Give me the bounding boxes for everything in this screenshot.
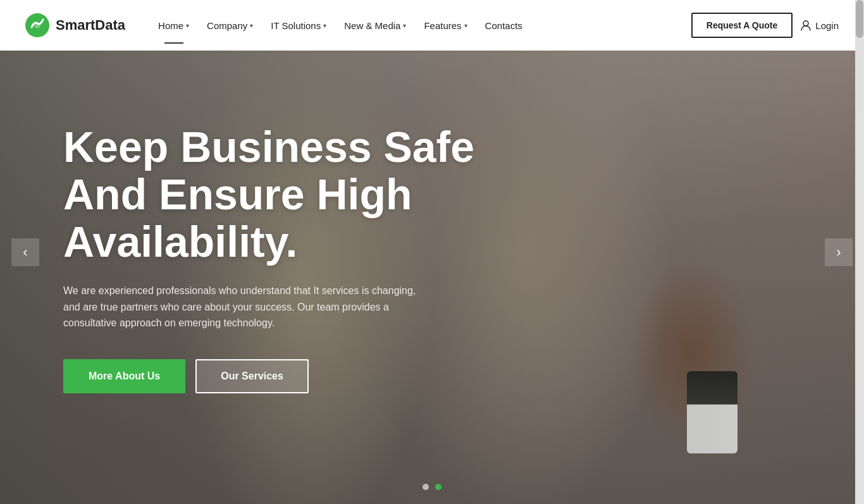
logo-icon (25, 13, 49, 37)
chevron-down-icon: ▾ (186, 22, 189, 29)
request-quote-button[interactable]: Request A Quote (691, 13, 793, 38)
hero-title: Keep Business Safe And Ensure High Avail… (63, 123, 481, 265)
our-services-button[interactable]: Our Services (195, 359, 309, 393)
logo[interactable]: SmartData (25, 13, 125, 37)
nav-right: Request A Quote Login (691, 13, 839, 38)
slider-next-button[interactable]: › (825, 238, 853, 266)
hero-section: SmartData Home ▾ Company ▾ IT Solutions … (0, 0, 864, 504)
user-icon (800, 20, 812, 31)
login-button[interactable]: Login (800, 20, 839, 31)
nav-item-contacts[interactable]: Contacts (478, 15, 530, 36)
chevron-down-icon: ▾ (464, 22, 467, 29)
hero-buttons: More About Us Our Services (63, 359, 801, 393)
svg-point-1 (34, 22, 40, 28)
slider-dot-2[interactable] (435, 484, 441, 490)
nav-item-it-solutions[interactable]: IT Solutions ▾ (263, 15, 334, 36)
navbar: SmartData Home ▾ Company ▾ IT Solutions … (0, 0, 864, 51)
more-about-us-button[interactable]: More About Us (63, 359, 185, 393)
hero-content: Keep Business Safe And Ensure High Avail… (0, 0, 864, 504)
nav-item-home[interactable]: Home ▾ (151, 15, 197, 36)
nav-item-company[interactable]: Company ▾ (199, 15, 261, 36)
slider-dot-1[interactable] (423, 484, 429, 490)
chevron-down-icon: ▾ (403, 22, 406, 29)
chevron-down-icon: ▾ (250, 22, 253, 29)
hero-subtitle: We are experienced professionals who und… (63, 283, 417, 331)
nav-item-features[interactable]: Features ▾ (416, 15, 474, 36)
svg-point-2 (803, 21, 808, 26)
scrollbar-thumb[interactable] (856, 0, 863, 38)
slider-dots (423, 484, 441, 490)
nav-item-new-media[interactable]: New & Media ▾ (336, 15, 414, 36)
logo-text: SmartData (56, 17, 125, 34)
nav-links: Home ▾ Company ▾ IT Solutions ▾ New & Me… (151, 15, 691, 36)
scrollbar-track (855, 0, 864, 504)
chevron-down-icon: ▾ (323, 22, 326, 29)
slider-prev-button[interactable]: ‹ (11, 238, 39, 266)
